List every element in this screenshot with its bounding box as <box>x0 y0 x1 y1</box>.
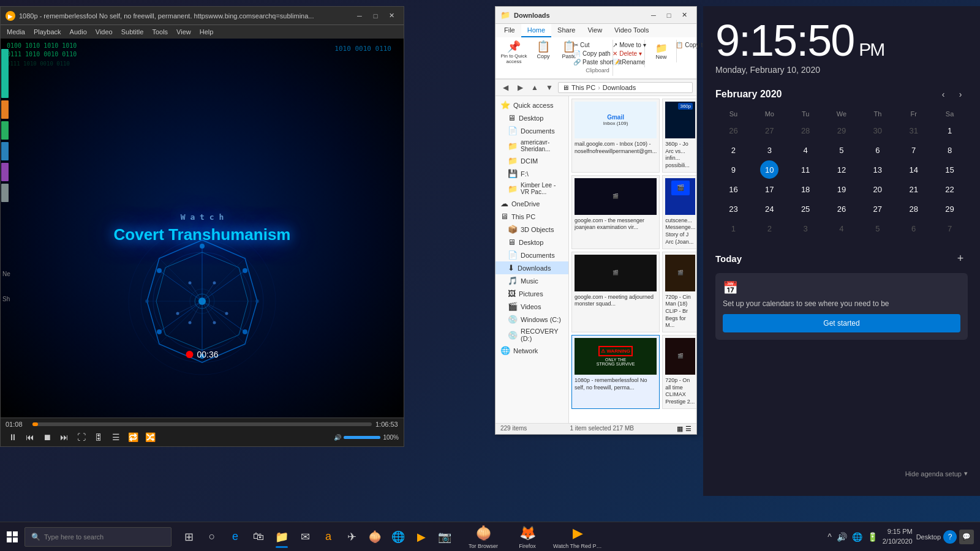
vlc-prev-button[interactable]: ⏮ <box>23 430 37 444</box>
sidebar-documents2[interactable]: 📄 Documents <box>496 249 568 261</box>
cal-day-4-1[interactable]: 24 <box>752 200 788 218</box>
vlc-menu-audio[interactable]: Audio <box>66 27 91 37</box>
fe-thumbnail-4[interactable]: 🎬 cutscene... Messenge... Story of J Arc… <box>662 175 696 249</box>
cal-day-0-1[interactable]: 27 <box>752 121 788 140</box>
vlc-menu-media[interactable]: Media <box>3 27 29 37</box>
systray-battery-icon[interactable]: 🔋 <box>866 531 879 543</box>
cal-day-3-3[interactable]: 19 <box>824 180 860 198</box>
vlc-minimize-button[interactable]: ─ <box>352 10 367 22</box>
agenda-get-started-button[interactable]: Get started <box>723 314 960 332</box>
sidebar-desktop[interactable]: 🖥 Desktop <box>496 111 568 124</box>
cal-day-3-0[interactable]: 16 <box>715 180 752 198</box>
fe-tab-video-tools[interactable]: Video Tools <box>608 24 655 37</box>
cal-day-5-5[interactable]: 6 <box>895 219 932 238</box>
vlc-menu-subtitle[interactable]: Subtitle <box>118 27 148 37</box>
fe-rename-button[interactable]: 📝 Rename <box>610 58 649 66</box>
fe-new-button[interactable]: 📁 New <box>649 41 674 61</box>
taskbar-browser2-button[interactable]: 🌐 <box>387 525 409 549</box>
taskbar-camera-button[interactable]: 📷 <box>434 525 456 549</box>
taskbar-app-firefox[interactable]: 🦊 Firefox <box>506 523 549 550</box>
vlc-loop-button[interactable]: 🔁 <box>126 430 140 444</box>
cal-day-4-6[interactable]: 29 <box>932 200 968 218</box>
fe-up-button[interactable]: ▲ <box>529 81 541 94</box>
fe-thumbnail-1[interactable]: Gmail Inbox (109) mail.google.com - Inbo… <box>571 99 660 173</box>
vlc-next-button[interactable]: ⏭ <box>57 430 72 444</box>
vlc-progress-bar[interactable] <box>32 422 372 426</box>
cal-day-5-1[interactable]: 2 <box>752 219 788 238</box>
fe-back-button[interactable]: ◀ <box>499 81 511 94</box>
taskbar-app-watch-red-pill[interactable]: ▶ Watch The Red Pill 20... <box>550 523 605 550</box>
taskbar-desktop-label[interactable]: Desktop <box>916 533 941 541</box>
vlc-stop-button[interactable]: ⏹ <box>40 430 55 444</box>
sidebar-onedrive[interactable]: ☁ OneDrive <box>496 197 568 210</box>
taskbar-amazon-button[interactable]: a <box>317 525 339 549</box>
fe-maximize-button[interactable]: □ <box>662 9 676 21</box>
cal-day-3-6[interactable]: 22 <box>932 180 968 198</box>
fe-thumbnail-7[interactable]: ⚠ WARNING ONLY THESTRONG SURVIVE 1080p -… <box>571 335 660 409</box>
taskbar-clock[interactable]: 9:15 PM 2/10/2020 <box>883 527 913 546</box>
vlc-menu-help[interactable]: Help <box>196 27 217 37</box>
vlc-maximize-button[interactable]: □ <box>368 10 383 22</box>
fe-move-to-button[interactable]: ↗ Move to ▾ <box>610 41 649 49</box>
fe-thumbnail-5[interactable]: 🎬 google.com - meeting adjourned monster… <box>571 252 660 332</box>
cal-day-1-4[interactable]: 6 <box>859 141 895 159</box>
sidebar-music[interactable]: 🎵 Music <box>496 274 568 287</box>
taskbar-task-view-button[interactable]: ⊞ <box>178 525 200 549</box>
taskbar-app-tor-browser[interactable]: 🧅 Tor Browser <box>462 523 505 550</box>
systray-network-icon[interactable]: 🌐 <box>851 531 864 543</box>
cal-day-4-4[interactable]: 27 <box>859 200 895 218</box>
fe-pin-quick-access-button[interactable]: 📌 Pin to Quickaccess <box>498 40 530 66</box>
cal-day-4-2[interactable]: 25 <box>788 200 824 218</box>
taskbar-explorer-button[interactable]: 📁 <box>271 525 293 549</box>
cal-day-0-4[interactable]: 30 <box>859 121 895 140</box>
fe-thumbnail-3[interactable]: 🎬 google.com - the messenger joanjean ex… <box>571 175 660 249</box>
vlc-close-button[interactable]: ✕ <box>384 10 399 22</box>
cal-day-0-6[interactable]: 1 <box>932 121 968 140</box>
vlc-video-area[interactable]: 0100 1010 1010 1010 0111 1010 0010 0110 … <box>1 39 404 418</box>
fe-thumbnail-2[interactable]: 360p 360p - Jo Arc vs... infin... possib… <box>662 99 696 173</box>
vlc-menu-video[interactable]: Video <box>92 27 116 37</box>
cal-day-2-0[interactable]: 9 <box>715 160 752 179</box>
vlc-menu-view[interactable]: View <box>173 27 195 37</box>
vlc-menu-tools[interactable]: Tools <box>148 27 172 37</box>
sidebar-3d-objects[interactable]: 📦 3D Objects <box>496 223 568 236</box>
cal-day-1-3[interactable]: 5 <box>824 141 860 159</box>
sidebar-fdrive[interactable]: 💾 F:\ <box>496 167 568 180</box>
cal-day-1-2[interactable]: 4 <box>788 141 824 159</box>
taskbar-search-box[interactable]: 🔍 Type here to search <box>24 527 172 547</box>
cal-day-5-0[interactable]: 1 <box>715 219 752 238</box>
fe-tab-home[interactable]: Home <box>521 24 551 37</box>
sidebar-kimber[interactable]: 📁 Kimber Lee - VR Pac... <box>496 180 568 197</box>
fe-forward-button[interactable]: ▶ <box>514 81 526 94</box>
cal-day-2-4[interactable]: 13 <box>859 160 895 179</box>
vlc-extended-button[interactable]: 🎛 <box>91 430 106 444</box>
fe-list-view-button[interactable]: ☰ <box>685 425 692 433</box>
taskbar-notification-button[interactable]: 💬 <box>959 530 974 544</box>
cal-day-5-3[interactable]: 4 <box>824 219 860 238</box>
vlc-menu-playback[interactable]: Playback <box>30 27 65 37</box>
taskbar-store-button[interactable]: 🛍 <box>247 525 270 549</box>
taskbar-help-button[interactable]: ? <box>943 530 957 544</box>
sidebar-windows-c[interactable]: 💿 Windows (C:) <box>496 313 568 326</box>
sidebar-americavr[interactable]: 📁 americavr-Sheridan... <box>496 137 568 154</box>
sidebar-dcim[interactable]: 📁 DCIM <box>496 154 568 167</box>
cal-day-0-5[interactable]: 31 <box>895 121 932 140</box>
fe-delete-button[interactable]: ✕ Delete ▾ <box>610 50 649 58</box>
vlc-volume-bar[interactable] <box>344 436 380 439</box>
fe-minimize-button[interactable]: ─ <box>646 9 661 21</box>
fe-address-bar[interactable]: 🖥 This PC › Downloads <box>558 82 693 93</box>
taskbar-tripadvisor-button[interactable]: ✈ <box>341 525 363 549</box>
sidebar-videos[interactable]: 🎬 Videos <box>496 300 568 313</box>
sidebar-desktop2[interactable]: 🖥 Desktop <box>496 236 568 249</box>
cal-day-2-5[interactable]: 14 <box>895 160 932 179</box>
cal-day-1-1[interactable]: 3 <box>752 141 788 159</box>
cal-day-4-0[interactable]: 23 <box>715 200 752 218</box>
sidebar-pictures[interactable]: 🖼 Pictures <box>496 287 568 300</box>
vlc-pause-button[interactable]: ⏸ <box>6 430 20 444</box>
fe-tab-file[interactable]: File <box>498 24 521 37</box>
cal-day-4-5[interactable]: 28 <box>895 200 932 218</box>
cal-day-3-5[interactable]: 21 <box>895 180 932 198</box>
taskbar-start-button[interactable] <box>0 525 24 549</box>
fe-tab-share[interactable]: Share <box>551 24 581 37</box>
sidebar-quick-access[interactable]: ⭐ Quick access <box>496 99 568 111</box>
